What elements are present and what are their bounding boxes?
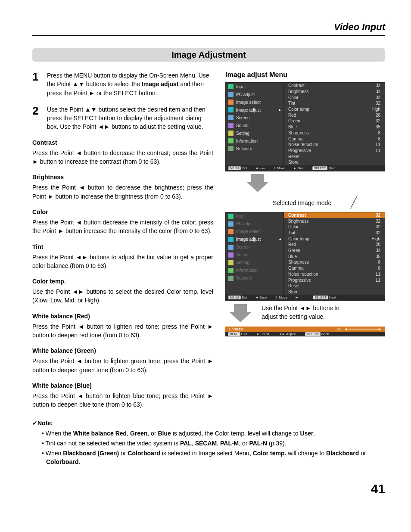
mini-bar-value: 32 (337, 327, 341, 331)
menu-icon (228, 245, 234, 250)
osd-left-item: Setting (226, 129, 283, 137)
n1i: . (314, 430, 315, 437)
n1f: Blue (158, 430, 171, 437)
osd-left-label: Network (236, 276, 252, 280)
menu-icon (228, 237, 234, 242)
n1d: Green (130, 430, 147, 437)
n2e: , (217, 440, 220, 447)
n2h: PAL-N (249, 440, 267, 447)
mini-menu-key: MENU (228, 332, 240, 336)
footer-select-next: Next (329, 166, 336, 170)
osd-right-value: 8 (378, 137, 380, 141)
osd-right-item: Green32 (284, 248, 385, 254)
n3c: or (119, 450, 128, 457)
osd-right-label: Gamma (288, 266, 304, 271)
osd-right-label: Color (288, 224, 299, 229)
footer2-move-label: Move (279, 296, 287, 299)
osd-menu-1-right: Contrast32Brightness32Color32Tint32Color… (284, 83, 385, 165)
osd-left-label: PC adjust (236, 221, 255, 226)
contrast-heading: Contrast (32, 139, 213, 146)
two-column-layout: 1 Press the MENU button to display the O… (32, 71, 385, 409)
caption-row: Use the Point ◄► buttons to adjust the s… (225, 304, 385, 324)
page-header: Video Input (32, 22, 385, 33)
osd-right-item: Contrast32 (284, 83, 385, 89)
osd-right-label: Color temp. (288, 107, 311, 112)
osd-left-item: PC adjust (226, 90, 283, 98)
n2a: Tint can not be selected when the video … (46, 440, 180, 447)
footer2-move: ⇕ Move (275, 296, 287, 299)
note-3: When Blackboard (Green) or Colorboard is… (42, 449, 385, 467)
right-column: Image adjust Menu InputPC adjustImage se… (225, 71, 385, 409)
osd-right-value: 32 (376, 219, 380, 224)
menu-key-icon-2: MENU (228, 296, 241, 299)
mini-bar-label: Contrast (229, 327, 243, 331)
osd-right-label: Brightness (288, 219, 308, 224)
footer2-back-label: Back (259, 296, 267, 299)
osd-right-label: Reset (288, 154, 299, 159)
osd-right-value: 32 (376, 118, 380, 123)
osd-right-item: Color temp.High (284, 236, 385, 242)
menu-icon (228, 252, 234, 258)
page-number: 41 (32, 482, 385, 496)
osd-right-label: Sharpness (288, 260, 309, 264)
osd-left-item: Information (226, 137, 283, 145)
osd-left-item: Input (226, 212, 283, 220)
osd-right-item: Color32 (284, 94, 385, 100)
osd-right-label: Store (288, 289, 299, 294)
menu-icon (228, 107, 234, 112)
osd-right-label: Progressive (288, 148, 311, 153)
osd-right-item: Blue35 (284, 253, 385, 259)
osd-right-item: Color temp.High (284, 106, 385, 112)
menu-icon (228, 260, 234, 265)
osd-right-value: L1 (376, 142, 380, 147)
osd-right-value: 32 (376, 89, 380, 94)
note-2: Tint can not be selected when the video … (42, 439, 385, 448)
osd-right-item: ProgressiveL1 (284, 277, 385, 283)
osd-right-label: Brightness (288, 89, 308, 94)
header-rule (32, 35, 385, 36)
footer-left-arrow: ◄ ----- (255, 166, 265, 170)
n3k: . (78, 458, 80, 465)
osd-left-label: Image adjust (236, 237, 261, 242)
osd-right-value: L1 (376, 278, 380, 283)
n3g: will change to (286, 450, 326, 457)
n3e: is selected in Image select Menu, (160, 450, 253, 457)
osd-right-item: Red28 (284, 112, 385, 118)
osd-left-label: Screen (236, 115, 250, 120)
note-1: When the White balance Red, Green, or Bl… (42, 429, 385, 438)
mini-back: Back (321, 332, 329, 336)
osd-left-label: Image select (236, 229, 261, 234)
note-heading-text: Note: (37, 420, 53, 426)
osd-right-value: 32 (376, 213, 380, 218)
osd-right-item: Tint32 (284, 100, 385, 106)
osd-right-value: 32 (376, 224, 380, 229)
osd-right-item: ProgressiveL1 (284, 148, 385, 154)
osd-right-label: Noise reduction (288, 142, 318, 147)
tint-heading: Tint (32, 243, 213, 250)
n1b: White balance Red (73, 430, 127, 437)
osd-right-value: L1 (376, 148, 380, 153)
color-text: Press the Point ◄ button decrease the in… (32, 218, 213, 236)
select-key-icon-2: SELECT (313, 296, 328, 299)
osd-right-value: 32 (376, 248, 380, 253)
osd-left-label: Sound (236, 123, 249, 128)
footer-rule (32, 478, 385, 478)
select-key-icon: SELECT (312, 166, 327, 170)
n1g: is adjusted, the Color temp. level will … (171, 430, 300, 437)
step-1: 1 Press the MENU button to display the O… (32, 71, 213, 97)
n2b: PAL (180, 440, 192, 447)
osd-right-label: Color temp. (288, 236, 311, 241)
colortemp-text: Use the Point ◄► buttons to select the d… (32, 287, 213, 305)
section-title: Image Adjustment (32, 48, 385, 62)
footer-exit: Exit (242, 166, 247, 170)
osd-left-item: Network (226, 145, 283, 152)
wb-red-heading: White balance (Red) (32, 313, 213, 320)
osd-right-label: Contrast (288, 213, 306, 218)
menu-icon (228, 229, 234, 234)
menu-icon (228, 115, 234, 120)
osd-right-item: Blue35 (284, 124, 385, 130)
osd-right-label: Green (288, 248, 300, 253)
footer2-dash: ► ----- (295, 296, 305, 299)
chevron-right-icon: ► (278, 108, 282, 112)
osd-right-value: 35 (376, 124, 380, 129)
